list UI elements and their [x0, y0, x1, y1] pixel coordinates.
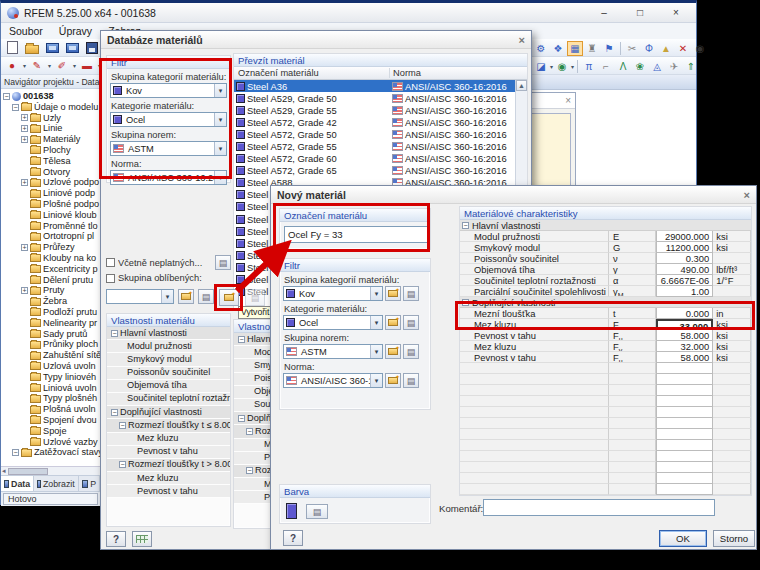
- comment-input[interactable]: [483, 499, 715, 516]
- material-name-input[interactable]: Ocel Fy = 33: [284, 226, 428, 243]
- toolbar-open-folder-icon[interactable]: [24, 40, 40, 55]
- expander-icon[interactable]: −: [12, 449, 19, 456]
- char-value[interactable]: 33,000: [656, 319, 714, 330]
- toolbar-draw-surface-icon[interactable]: ▬: [79, 58, 95, 73]
- collapse-icon[interactable]: −: [119, 422, 126, 429]
- chevron-down-icon[interactable]: ▾: [48, 62, 51, 69]
- char-value[interactable]: 29000.000: [656, 231, 714, 242]
- tree-item[interactable]: −Údaje o modelu: [1, 102, 100, 113]
- material-category-select[interactable]: Ocel▾: [283, 315, 383, 330]
- tab-data[interactable]: Data: [1, 476, 34, 491]
- collapse-icon[interactable]: −: [462, 222, 469, 229]
- char-group-row[interactable]: −Doplňující vlastnosti: [460, 297, 751, 308]
- tree-item[interactable]: Žebra: [1, 296, 100, 307]
- property-item[interactable]: Modul pružnosti: [107, 340, 230, 353]
- toolbar-delete-icon[interactable]: ✕: [675, 41, 691, 56]
- tree-item[interactable]: Tělesa: [1, 156, 100, 167]
- collapse-icon[interactable]: −: [238, 415, 245, 422]
- tree-item[interactable]: Podloží prutu: [1, 307, 100, 318]
- property-group[interactable]: −Hlavní vlastnosti: [107, 327, 230, 340]
- expander-icon[interactable]: −: [3, 93, 10, 100]
- close-icon[interactable]: ×: [666, 6, 686, 20]
- expander-icon[interactable]: +: [21, 125, 28, 132]
- chevron-down-icon[interactable]: ▾: [23, 62, 26, 69]
- collapse-icon[interactable]: −: [111, 330, 118, 337]
- tree-item[interactable]: Liniové podp: [1, 188, 100, 199]
- tree-item[interactable]: Excentricity p: [1, 264, 100, 275]
- tree-item[interactable]: Nelinearity pr: [1, 318, 100, 329]
- scroll-left-icon[interactable]: ◂: [2, 467, 6, 475]
- toolbar-display-mode-icon[interactable]: ◪: [533, 59, 549, 74]
- material-row[interactable]: Steel A572, Grade 60ANSI/AISC 360-16:201…: [234, 153, 527, 165]
- expander-icon[interactable]: +: [21, 244, 28, 251]
- cancel-button[interactable]: Storno: [713, 530, 755, 547]
- edit-standard-group-button[interactable]: ▤: [403, 344, 419, 359]
- collapse-icon[interactable]: −: [111, 409, 118, 416]
- standard-group-select[interactable]: ASTM▾: [283, 344, 383, 359]
- menu-item-úpravy[interactable]: Úpravy: [59, 25, 92, 37]
- favorites-select[interactable]: ▾: [106, 289, 174, 304]
- tree-item[interactable]: Typy plošnéh: [1, 393, 100, 404]
- material-category-select[interactable]: Ocel▾: [110, 112, 227, 127]
- favorites-checkbox[interactable]: [106, 274, 115, 283]
- expander-icon[interactable]: +: [21, 287, 28, 294]
- standard-select[interactable]: ANSI/AISC 360-16:2016▾: [283, 373, 383, 388]
- toolbar-view-1-icon[interactable]: ⚙: [533, 41, 549, 56]
- tab-zobrazit[interactable]: Zobrazit: [34, 476, 79, 491]
- material-row[interactable]: Steel A572, Grade 42ANSI/AISC 360-16:201…: [234, 116, 527, 128]
- color-swatch[interactable]: [286, 503, 297, 519]
- collapse-icon[interactable]: −: [246, 428, 253, 435]
- column-material-name[interactable]: Označení materiálu: [234, 68, 390, 78]
- tree-item[interactable]: −001638: [1, 91, 100, 102]
- property-item[interactable]: Součinitel teplotní roztažnosti: [107, 393, 230, 406]
- tree-item[interactable]: Dělení prutu: [1, 275, 100, 286]
- expander-icon[interactable]: −: [12, 104, 19, 111]
- scroll-up-icon[interactable]: ▲: [516, 80, 527, 91]
- tree-item[interactable]: Průniky ploch: [1, 339, 100, 350]
- property-item[interactable]: Smykový modul: [107, 353, 230, 366]
- tree-item[interactable]: Spojení dvou: [1, 415, 100, 426]
- char-value[interactable]: 58.000: [656, 352, 714, 363]
- help-button[interactable]: ?: [106, 531, 126, 547]
- toolbar-solid-icon[interactable]: ◬: [649, 59, 665, 74]
- tree-item[interactable]: Proměnné tlo: [1, 221, 100, 232]
- standard-select[interactable]: ANSI/AISC 360-16:2016▾: [110, 170, 227, 185]
- toolbar-mesh-icon[interactable]: ❀: [632, 59, 648, 74]
- toolbar-draw-line-icon[interactable]: ✎: [29, 58, 45, 73]
- tree-item[interactable]: Plochy: [1, 145, 100, 156]
- chevron-down-icon[interactable]: ▾: [550, 63, 553, 70]
- material-row[interactable]: Steel A36ANSI/AISC 360-16:2016: [234, 80, 527, 92]
- toolbar-project-out-icon[interactable]: [64, 40, 80, 55]
- include-invalid-checkbox[interactable]: [106, 258, 115, 267]
- toolbar-new-file-icon[interactable]: [4, 40, 20, 55]
- chevron-down-icon[interactable]: ▾: [73, 62, 76, 69]
- minimize-icon[interactable]: –: [594, 6, 614, 20]
- material-row[interactable]: Steel A572, Grade 65ANSI/AISC 360-16:201…: [234, 165, 527, 177]
- material-row[interactable]: Steel A529, Grade 50ANSI/AISC 360-16:201…: [234, 92, 527, 104]
- char-value[interactable]: 6.6667E-06: [656, 275, 714, 286]
- material-row[interactable]: Steel A572, Grade 55ANSI/AISC 360-16:201…: [234, 140, 527, 152]
- tree-item[interactable]: +Průřezy: [1, 242, 100, 253]
- tree-item[interactable]: Zahuštění sítě: [1, 350, 100, 361]
- char-group-row[interactable]: −Hlavní vlastnosti: [460, 220, 751, 231]
- collapse-icon[interactable]: −: [238, 336, 245, 343]
- menu-item-soubor[interactable]: Soubor: [9, 25, 43, 37]
- edit-standard-button[interactable]: ▤: [403, 373, 419, 388]
- property-group[interactable]: −Doplňující vlastnosti: [107, 406, 230, 419]
- standard-group-select[interactable]: ASTM▾: [110, 141, 227, 156]
- tree-item[interactable]: Sady prutů: [1, 329, 100, 340]
- tree-item[interactable]: Ortotropní pl: [1, 231, 100, 242]
- material-category-group-select[interactable]: Kov▾: [283, 286, 383, 301]
- property-group[interactable]: −Rozmezí tloušťky t > 8.000 in: [107, 459, 230, 472]
- expander-icon[interactable]: +: [21, 136, 28, 143]
- tree-item[interactable]: Otvory: [1, 167, 100, 178]
- info-button[interactable]: ▤: [215, 255, 231, 270]
- toolbar-building-icon[interactable]: ♜: [584, 41, 600, 56]
- edit-material-category-button[interactable]: ▤: [403, 315, 419, 330]
- toolbar-project-in-icon[interactable]: [44, 40, 60, 55]
- tree-item[interactable]: Liniová uvoln: [1, 383, 100, 394]
- tree-item[interactable]: Liniové kloub: [1, 210, 100, 221]
- toolbar-warn-icon[interactable]: ▲: [658, 41, 674, 56]
- scrollbar-thumb[interactable]: [8, 468, 48, 475]
- ok-button[interactable]: OK: [659, 530, 707, 547]
